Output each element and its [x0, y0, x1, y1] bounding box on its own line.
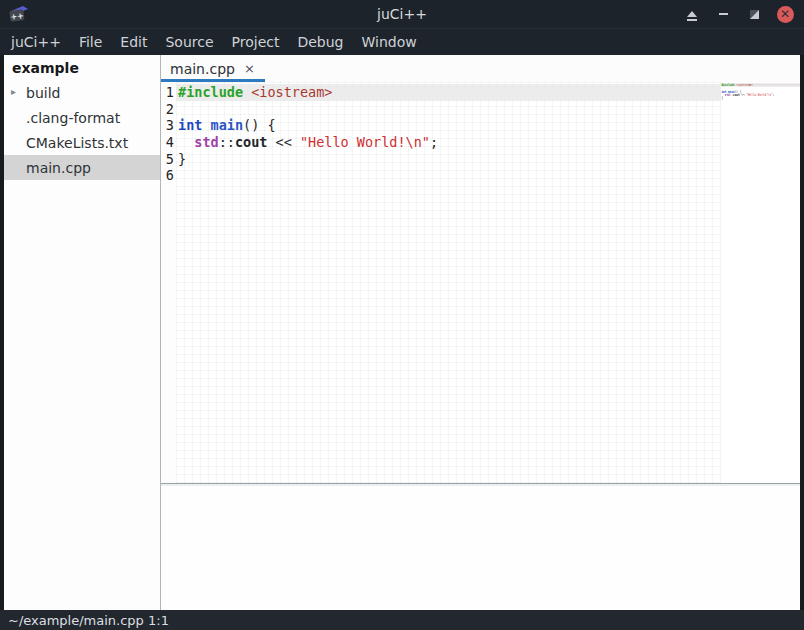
token: "Hello World!\n" [746, 93, 772, 96]
file-tree-panel: example ▸build.clang-formatCMakeLists.tx… [4, 55, 161, 610]
token: } [178, 151, 186, 167]
minimap[interactable]: #include <iostream>int main() { std::cou… [721, 82, 800, 483]
tab-close-icon[interactable]: × [244, 62, 255, 75]
status-file-position: ~/example/main.cpp 1:1 [8, 613, 169, 628]
tree-item-cmakelists-txt[interactable]: CMakeLists.txt [4, 130, 160, 155]
token: #include [721, 83, 734, 86]
shade-button[interactable] [683, 5, 701, 23]
code-area[interactable]: #include <iostream>int main() { std::cou… [176, 82, 721, 483]
project-root-label: example [4, 55, 160, 80]
token: :: [219, 134, 235, 150]
token: ; [430, 134, 438, 150]
line-number: 6 [161, 167, 176, 184]
code-line-2 [176, 101, 721, 118]
line-number: 4 [161, 134, 176, 151]
tree-item--clang-format[interactable]: .clang-format [4, 105, 160, 130]
token: () { [243, 117, 276, 133]
tabbar: main.cpp × [161, 55, 800, 82]
token: ; [773, 93, 775, 96]
minimize-button[interactable] [714, 5, 732, 23]
token: #include [178, 84, 243, 100]
menu-item-window[interactable]: Window [353, 29, 426, 55]
content-area: example ▸build.clang-formatCMakeLists.tx… [0, 55, 804, 610]
line-number: 5 [161, 151, 176, 168]
tree-item-label: main.cpp [26, 160, 91, 176]
menu-item-juci-[interactable]: juCi++ [2, 29, 70, 55]
minimap-content: #include <iostream>int main() { std::cou… [721, 82, 800, 103]
token: main [211, 117, 244, 133]
menu-item-edit[interactable]: Edit [111, 29, 156, 55]
tree-item-label: .clang-format [26, 110, 120, 126]
app-icon: ++ [7, 4, 29, 24]
line-number: 3 [161, 117, 176, 134]
tree-item-main-cpp[interactable]: main.cpp [4, 155, 160, 180]
token [202, 117, 210, 133]
tab-main-cpp[interactable]: main.cpp × [161, 55, 265, 82]
code-line-5: } [176, 151, 721, 168]
restore-button[interactable] [745, 5, 763, 23]
file-tree: ▸build.clang-formatCMakeLists.txtmain.cp… [4, 80, 160, 180]
code-line-4: std::cout << "Hello World!\n"; [176, 134, 721, 151]
restore-icon [750, 10, 759, 19]
source-editor: 123456 #include <iostream>int main() { s… [161, 82, 800, 483]
token: << [740, 93, 747, 96]
code-line-3: int main() { [176, 117, 721, 134]
window-controls: ✕ [683, 5, 804, 23]
token: << [267, 134, 300, 150]
titlebar: ++ juCi++ ✕ [0, 0, 804, 28]
menu-item-file[interactable]: File [70, 29, 111, 55]
line-number-gutter: 123456 [161, 82, 176, 483]
menu-item-project[interactable]: Project [223, 29, 289, 55]
close-icon: ✕ [777, 6, 794, 23]
close-button[interactable]: ✕ [776, 5, 794, 23]
token: std [194, 134, 218, 150]
line-number: 2 [161, 101, 176, 118]
editor-pane: main.cpp × 123456 #include <iostream>int… [161, 55, 800, 610]
token: <iostream> [251, 84, 332, 100]
menu-item-debug[interactable]: Debug [288, 29, 352, 55]
juci-window: ++ juCi++ ✕ juCi++FileEditSourceProjectD… [0, 0, 804, 630]
code-line-6 [176, 167, 721, 184]
token: "Hello World!\n" [300, 134, 430, 150]
output-panel[interactable] [161, 486, 800, 610]
tab-label: main.cpp [170, 61, 235, 77]
tree-item-label: CMakeLists.txt [26, 135, 128, 151]
code-line-6 [721, 100, 800, 103]
token [243, 84, 251, 100]
svg-text:++: ++ [10, 11, 24, 22]
menu-item-source[interactable]: Source [156, 29, 222, 55]
token [178, 134, 194, 150]
token: cout [733, 93, 740, 96]
token: <iostream> [736, 83, 753, 86]
code-line-1: #include <iostream> [176, 84, 721, 101]
shade-icon [687, 11, 697, 17]
statusbar: ~/example/main.cpp 1:1 [0, 610, 804, 630]
token: } [721, 97, 723, 100]
token: cout [235, 134, 268, 150]
menubar: juCi++FileEditSourceProjectDebugWindow [0, 28, 804, 55]
token: int [178, 117, 202, 133]
line-number: 1 [161, 84, 176, 101]
expander-icon[interactable]: ▸ [11, 86, 16, 97]
tree-item-build[interactable]: ▸build [4, 80, 160, 105]
tree-item-label: build [26, 85, 60, 101]
minimize-icon [719, 13, 728, 15]
